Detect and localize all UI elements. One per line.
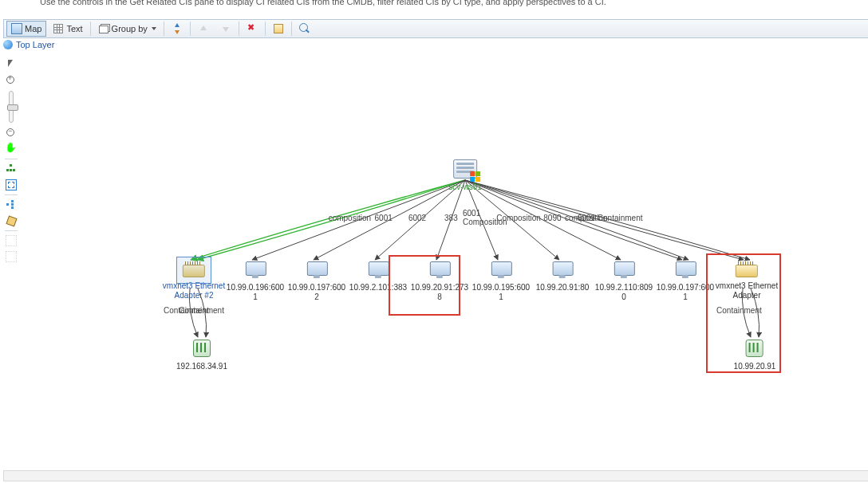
dim-icon: [6, 235, 17, 246]
ci-node[interactable]: 10.99.2.110:8090: [595, 261, 653, 301]
topology-canvas[interactable]: composition600160023836001CompositionCom…: [22, 56, 868, 467]
page-hint-text: Use the controls in the Get Related CIs …: [40, 0, 606, 6]
node-label: 10.99.20.91:80: [536, 283, 590, 293]
tree-icon: [6, 163, 17, 175]
top-layer-link[interactable]: Top Layer: [16, 40, 54, 49]
node-label: 10.99.0.196:6001: [227, 283, 284, 301]
ci-node[interactable]: 10.99.0.195:6001: [472, 261, 530, 301]
globe-icon: [3, 40, 13, 49]
group-by-button[interactable]: Group by: [93, 21, 161, 37]
monitor-icon: [244, 261, 266, 279]
edge-label: Containment: [598, 214, 643, 222]
node-label: scv-ws91: [448, 183, 482, 192]
find-button[interactable]: [294, 21, 315, 37]
ci-node[interactable]: 10.99.20.91:80: [536, 261, 590, 293]
chevron-down-icon: [152, 27, 156, 30]
node-label: 10.99.2.110:8090: [595, 283, 653, 301]
layout-tools[interactable]: [4, 214, 18, 228]
view-text-label: Text: [66, 24, 82, 33]
close-icon: [247, 23, 258, 34]
node-label: vmxnet3 EthernetAdapter #2: [163, 281, 225, 300]
main-toolbar: Map Text Group by: [3, 19, 868, 38]
side-separator: [5, 159, 18, 159]
grid-icon: [53, 23, 64, 34]
monitor-icon: [613, 261, 635, 279]
node-label: 10.99.0.197:6002: [288, 283, 345, 301]
search-icon: [299, 23, 310, 34]
move-down-button[interactable]: [215, 21, 236, 37]
fit-to-screen[interactable]: [4, 178, 18, 192]
highlight-box-b: [706, 253, 781, 373]
node-label: 10.99.0.195:6001: [472, 283, 530, 301]
side-separator: [5, 194, 18, 195]
dim-icon: [6, 251, 17, 262]
map-icon: [11, 23, 22, 34]
monitor-icon: [367, 261, 389, 279]
pointer-icon: [6, 59, 17, 70]
breadcrumb: Top Layer: [3, 40, 54, 49]
zoom-in-icon: [6, 75, 17, 86]
hierarchical-layout[interactable]: [4, 162, 18, 176]
root-node[interactable]: scv-ws91: [448, 159, 482, 192]
view-map-label: Map: [25, 24, 41, 33]
group-by-label: Group by: [112, 24, 148, 33]
horizontal-layout[interactable]: [4, 198, 18, 212]
monitor-icon: [490, 261, 512, 279]
disabled-tool-b: [4, 249, 18, 264]
edge-label: 6002: [408, 214, 426, 222]
side-separator: [5, 230, 18, 231]
delete-button[interactable]: [242, 21, 262, 37]
edge-label: 8090: [543, 214, 561, 222]
selection-highlight: [176, 257, 211, 284]
horizontal-scrollbar[interactable]: [3, 470, 868, 481]
ci-node[interactable]: 10.99.0.196:6001: [227, 261, 284, 301]
fit-icon: [6, 179, 17, 190]
select-tool[interactable]: [4, 57, 18, 72]
zoom-out-icon: [6, 128, 17, 139]
arrow-down-icon: [220, 23, 231, 34]
toolbar-separator: [90, 22, 91, 36]
edge-label: Containment: [179, 306, 224, 315]
ip-icon: [192, 339, 211, 358]
layers-icon: [98, 23, 109, 34]
sort-button[interactable]: [167, 21, 187, 37]
open-button[interactable]: [268, 21, 289, 37]
edges-layer: [22, 56, 262, 175]
zoom-in-tool[interactable]: [4, 73, 18, 88]
disabled-tool-a: [4, 234, 18, 248]
highlight-box-a: [389, 255, 460, 316]
move-up-button[interactable]: [193, 21, 214, 37]
view-text-button[interactable]: Text: [48, 21, 87, 37]
edge-label: Composition: [496, 214, 541, 222]
node-label: 192.168.34.91: [176, 362, 227, 371]
view-map-button[interactable]: Map: [6, 21, 46, 37]
edge-label: composition: [329, 214, 371, 222]
sort-icon: [172, 23, 183, 34]
ip-node[interactable]: 192.168.34.91: [176, 339, 227, 371]
side-toolbar: [3, 57, 19, 264]
toolbar-separator: [190, 22, 191, 36]
zoom-out-tool[interactable]: [4, 126, 18, 140]
monitor-icon: [551, 261, 574, 279]
pan-tool[interactable]: [4, 142, 18, 156]
zoom-slider[interactable]: [9, 91, 14, 123]
arrow-up-icon: [198, 23, 209, 34]
toolbar-separator: [164, 22, 164, 36]
ci-node[interactable]: 10.99.0.197:6002: [288, 261, 345, 301]
server-icon: [453, 159, 477, 179]
folder-open-icon: [273, 23, 284, 34]
tree-horizontal-icon: [6, 199, 17, 210]
monitor-icon: [306, 261, 328, 279]
toolbar-separator: [265, 22, 266, 36]
toolbar-separator: [291, 22, 292, 36]
toolbar-separator: [239, 22, 239, 36]
edge-label: 383: [444, 214, 458, 222]
hand-icon: [6, 143, 17, 155]
edge-label: 6001: [375, 214, 393, 222]
monitor-icon: [674, 261, 696, 279]
tool-icon: [6, 215, 17, 226]
